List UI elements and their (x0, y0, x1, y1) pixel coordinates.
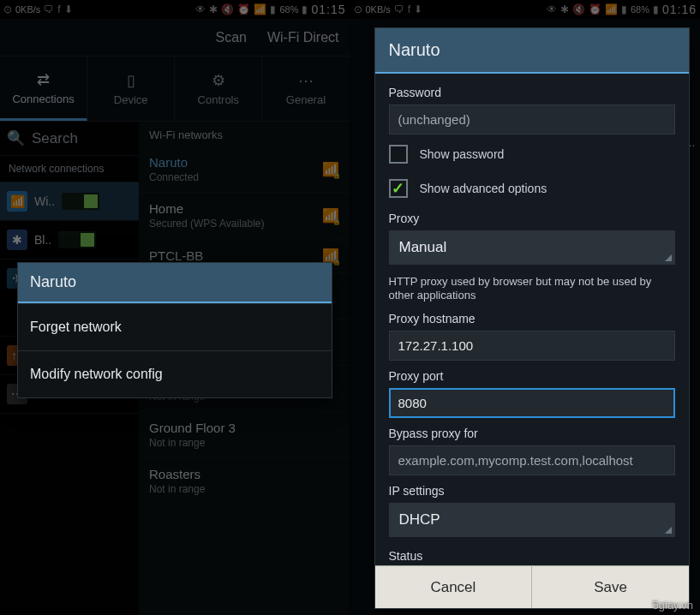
fb-icon: f (408, 3, 410, 15)
fb-icon: f (57, 3, 60, 15)
password-input[interactable]: (unchanged) (389, 104, 676, 134)
wifi-icon: 📶 (254, 3, 266, 15)
tab-device[interactable]: ▯ Device (87, 57, 175, 121)
proxy-host-label: Proxy hostname (389, 312, 676, 325)
download-icon: ⬇ (414, 3, 422, 15)
show-password-label: Show password (420, 147, 505, 161)
network-sub: Not in range (149, 437, 339, 449)
watermark: 5giay.vn (653, 599, 693, 612)
wifi-signal-icon: 📶🔒 (322, 161, 339, 177)
settings-tabs: ⇄ Connections ▯ Device ⚙ Controls ⋯ Gene… (0, 57, 350, 122)
dialog-title: Naruto (375, 28, 690, 74)
data-rate: 0KB/s (366, 4, 391, 15)
tab-general[interactable]: ⋯ General (262, 57, 349, 121)
alarm-icon: ⏰ (237, 3, 250, 15)
sidebar-item-wifi[interactable]: 📶 Wi.. (0, 182, 139, 221)
wifi-toggle[interactable] (62, 193, 99, 210)
clock: 01:16 (662, 3, 697, 16)
lock-icon: 🔒 (332, 218, 341, 225)
battery-pct: 68% (279, 4, 298, 15)
eye-icon: 👁 (195, 3, 206, 15)
general-icon: ⋯ (298, 71, 314, 90)
mute-icon: 🔇 (572, 3, 585, 15)
popup-title: Naruto (18, 263, 332, 303)
proxy-port-label: Proxy port (389, 369, 676, 383)
section-header: Network connections (0, 156, 139, 182)
modify-network-button[interactable]: Modify network config (18, 350, 332, 397)
bypass-input[interactable]: example.com,mycomp.test.com,localhost (389, 445, 676, 475)
show-advanced-row[interactable]: Show advanced options (389, 174, 676, 203)
bt-toggle[interactable] (58, 231, 96, 248)
network-sub: Connected (149, 171, 322, 183)
connections-icon: ⇄ (37, 70, 50, 89)
tab-label: General (286, 93, 326, 106)
battery-icon: ▮ (302, 3, 308, 15)
alarm-icon: ⏰ (589, 3, 601, 15)
password-label: Password (389, 86, 676, 99)
network-name: PTCL-BB (149, 248, 322, 263)
download-icon: ⬇ (64, 3, 73, 15)
tab-label: Device (114, 93, 148, 106)
sidebar-item-bluetooth[interactable]: ✱ Bl.. (0, 221, 139, 260)
device-icon: ▯ (127, 71, 135, 90)
dialog-footer: Cancel Save (375, 565, 690, 608)
network-sub: Secured (WPS Available) (149, 218, 322, 230)
modify-network-dialog: Naruto Password (unchanged) Show passwor… (374, 27, 691, 609)
chat-icon: 🗨 (394, 3, 404, 15)
signal-icon: ▮ (621, 3, 627, 15)
battery-icon: ▮ (653, 3, 659, 15)
bluetooth-icon: ✱ (7, 230, 27, 250)
mute-icon: 🔇 (221, 3, 234, 15)
signal-icon: ▮ (270, 3, 276, 15)
proxy-port-input[interactable]: 8080 (389, 388, 676, 418)
controls-icon: ⚙ (212, 71, 225, 90)
clock: 01:15 (311, 3, 345, 16)
tab-label: Controls (198, 93, 239, 106)
tab-controls[interactable]: ⚙ Controls (175, 57, 262, 121)
proxy-host-input[interactable]: 172.27.1.100 (389, 331, 676, 361)
status-label: Status (389, 549, 676, 563)
wifi-icon: 📶 (7, 191, 27, 212)
data-rate: 0KB/s (15, 4, 40, 15)
bluetooth-icon: ✱ (209, 3, 218, 15)
sidebar-item-label: Bl.. (34, 233, 51, 247)
data-rate-icon: ⊙ (3, 3, 12, 15)
ip-settings-spinner[interactable]: DHCP (389, 503, 676, 537)
wifi-icon: 📶 (605, 3, 618, 15)
proxy-note: HTTP proxy used by browser but may not b… (389, 275, 676, 303)
data-rate-icon: ⊙ (354, 3, 362, 15)
network-name: Home (149, 201, 322, 216)
proxy-spinner[interactable]: Manual (389, 230, 676, 265)
cancel-button[interactable]: Cancel (375, 566, 533, 608)
ip-settings-label: IP settings (389, 484, 676, 498)
network-name: Roasters (149, 467, 339, 481)
header-buttons: Scan Wi-Fi Direct (0, 19, 350, 57)
battery-pct: 68% (631, 4, 649, 15)
show-password-row[interactable]: Show password (389, 140, 676, 169)
scan-button[interactable]: Scan (215, 30, 246, 45)
screenshot-right: ⊙ 0KB/s 🗨 f ⬇ 👁 ✱ 🔇 ⏰ 📶 ▮ 68% ▮ 01:16 g.… (350, 0, 701, 615)
bluetooth-icon: ✱ (560, 3, 569, 15)
screenshot-left: ⊙ 0KB/s 🗨 f ⬇ 👁 ✱ 🔇 ⏰ 📶 ▮ 68% ▮ 01:15 Sc… (0, 0, 350, 615)
status-bar: ⊙ 0KB/s 🗨 f ⬇ 👁 ✱ 🔇 ⏰ 📶 ▮ 68% ▮ 01:15 (0, 0, 350, 19)
lock-icon: 🔒 (332, 258, 341, 266)
wifi-list-header: Wi-Fi networks (139, 122, 350, 146)
wifi-network-item[interactable]: RoastersNot in range (139, 458, 350, 505)
wifi-network-item[interactable]: NarutoConnected 📶🔒 (139, 146, 350, 193)
lock-icon: 🔒 (332, 171, 341, 179)
status-bar: ⊙ 0KB/s 🗨 f ⬇ 👁 ✱ 🔇 ⏰ 📶 ▮ 68% ▮ 01:16 (350, 0, 701, 19)
sidebar-item-label: Wi.. (34, 194, 55, 208)
search-row[interactable]: 🔍 Search (0, 122, 139, 156)
forget-network-button[interactable]: Forget network (18, 303, 332, 350)
eye-icon: 👁 (547, 3, 557, 15)
wifi-network-item[interactable]: HomeSecured (WPS Available) 📶🔒 (139, 193, 350, 239)
show-advanced-checkbox[interactable] (389, 179, 408, 198)
wifi-direct-button[interactable]: Wi-Fi Direct (267, 30, 339, 45)
chat-icon: 🗨 (44, 3, 54, 15)
tab-connections[interactable]: ⇄ Connections (0, 57, 87, 121)
show-advanced-label: Show advanced options (420, 182, 547, 195)
network-sub: Not in range (149, 483, 339, 495)
show-password-checkbox[interactable] (389, 145, 408, 164)
dialog-body: Password (unchanged) Show password Show … (375, 74, 690, 565)
wifi-network-item[interactable]: Ground Floor 3Not in range (139, 412, 350, 458)
